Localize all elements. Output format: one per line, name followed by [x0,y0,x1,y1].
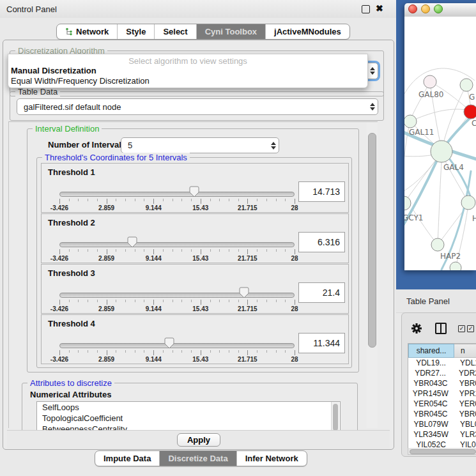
table-row[interactable]: YDR27...YDR2 [408,368,476,378]
main-scrollbar-thumb[interactable] [368,133,376,348]
spinner-arrows-icon[interactable] [268,142,279,150]
main-scrollbar[interactable] [367,121,378,428]
algorithm-dropdown-prompt: Select algorithm to view settings [8,56,367,66]
threshold-slider-handle[interactable] [127,236,137,248]
list-scrollbar-thumb[interactable] [333,404,338,431]
gear-icon[interactable] [411,323,422,334]
zoom-traffic-light[interactable] [434,4,443,13]
network-edge[interactable] [410,109,466,121]
threshold-value-field[interactable]: 21.4 [298,282,345,303]
slider-tick [201,350,201,355]
threshold-value-field[interactable]: 6.316 [298,232,345,252]
slider-tick [238,199,239,201]
column-header-name[interactable]: n [454,344,476,358]
close-window-icon[interactable]: ✖ [376,3,383,13]
checkbox-icon[interactable]: ✓ [458,325,465,332]
network-node[interactable] [464,105,476,119]
network-edge[interactable] [404,158,438,203]
table-row[interactable]: YDL19...YDL1 [408,358,476,368]
slider-tick [210,350,211,353]
threshold-slider-track[interactable] [59,293,295,298]
bottom-tab-discretize-data[interactable]: Discretize Data [159,451,236,466]
attributes-group-title: Attributes to discretize [27,378,114,388]
table-row[interactable]: YPR145WYPR1 [408,388,476,399]
network-node[interactable] [404,115,417,128]
table-row[interactable]: YBL079WYBL0 [408,419,476,429]
algorithm-dropdown: Select algorithm to view settings Manual… [8,54,368,88]
slider-tick [266,249,267,252]
table-row[interactable]: YER054CYER0 [408,399,476,409]
threshold-slider-handle[interactable] [239,287,249,298]
minimize-traffic-light[interactable] [421,4,430,13]
slider-tick-label: 15.43 [192,204,208,211]
slider-tick-label: -3.426 [50,305,68,312]
network-node[interactable] [424,75,436,88]
network-node[interactable] [431,238,444,251]
network-edge[interactable] [438,162,441,245]
threshold-label: Threshold 4 [48,319,95,328]
table-hscrollbar-thumb[interactable] [410,449,476,454]
network-node[interactable] [404,196,411,210]
table-row[interactable]: YLR345WYLR3 [408,429,476,440]
bottom-tab-impute-data[interactable]: Impute Data [95,451,159,466]
threshold-value-field[interactable]: 11.344 [298,333,345,353]
combo-arrows-icon[interactable] [367,103,378,111]
slider-tick [69,300,70,302]
tab-network[interactable]: Network [57,24,117,39]
slider-tick [153,249,154,254]
slider-tick-label: -3.426 [50,204,68,211]
attribute-item-topologicalcoefficient[interactable]: TopologicalCoefficient [37,413,340,424]
network-window-titlebar[interactable] [404,3,476,17]
tab-cyni-toolbox[interactable]: Cyni Toolbox [196,24,265,39]
slider-tick [191,300,192,302]
settings-scroll-area: Interval Definition Number of Intervals … [8,121,367,428]
slider-tick [191,249,192,252]
network-node[interactable] [450,262,461,270]
list-scrollbar[interactable] [331,402,339,431]
network-edge[interactable] [438,208,466,245]
slider-tick [69,249,70,252]
slider-tick [191,199,192,201]
float-window-icon[interactable] [362,5,370,13]
tab-jactivemnodules[interactable]: jActiveMNodules [265,24,349,39]
algorithm-option-manual-discretization[interactable]: Manual Discretization [11,66,96,76]
slider-tick [173,300,173,302]
numerical-attributes-list[interactable]: SelfLoopsTopologicalCoefficientBetweenne… [36,401,341,432]
column-header-shared-name[interactable]: shared... [408,344,454,358]
threshold-slider-handle[interactable] [189,186,199,197]
table-data-combobox[interactable]: galFiltered.sif default node [17,98,378,115]
threshold-slider-handle[interactable] [164,337,174,349]
table-row[interactable]: YBR043CYBR0 [408,378,476,388]
close-traffic-light[interactable] [408,4,417,13]
combo-arrows-icon[interactable] [367,67,378,75]
slider-tick [88,300,88,302]
threshold-value-field[interactable]: 14.713 [298,181,345,202]
threshold-row-1: Threshold 1-3.4262.8599.14415.4321.71528… [41,163,349,213]
network-node-label: H [472,214,476,223]
split-panel-icon[interactable] [435,323,447,334]
bottom-tab-infer-network[interactable]: Infer Network [236,451,307,466]
network-node-label: GAL11 [409,128,434,137]
number-of-intervals-spinner[interactable]: 5 [121,137,279,153]
tab-style[interactable]: Style [117,24,154,39]
table-row[interactable]: YBR045CYBR0 [408,409,476,419]
network-node[interactable] [461,196,475,210]
tab-select[interactable]: Select [154,24,196,39]
slider-tick [97,249,98,252]
attribute-item-selfloops[interactable]: SelfLoops [37,402,340,413]
threshold-slider-track[interactable] [59,192,295,197]
network-node-label: GAL80 [418,90,443,99]
network-edge[interactable] [442,85,466,148]
apply-button[interactable]: Apply [177,433,220,447]
slider-tick [116,350,116,353]
algorithm-option-equal-width-frequency-discretization[interactable]: Equal Width/Frequency Discretization [11,76,150,86]
threshold-slider-track[interactable] [59,242,295,247]
table-hscrollbar[interactable] [408,448,476,455]
network-node[interactable] [460,79,473,91]
slider-tick [173,350,173,353]
checkbox-icon[interactable]: ✓ [467,325,474,332]
threshold-slider-track[interactable] [59,343,295,348]
slider-tick [276,300,277,302]
network-node[interactable] [431,141,452,162]
network-canvas[interactable]: GAL80GGAL11CGAL4GCY1HHAP2 [404,17,476,270]
